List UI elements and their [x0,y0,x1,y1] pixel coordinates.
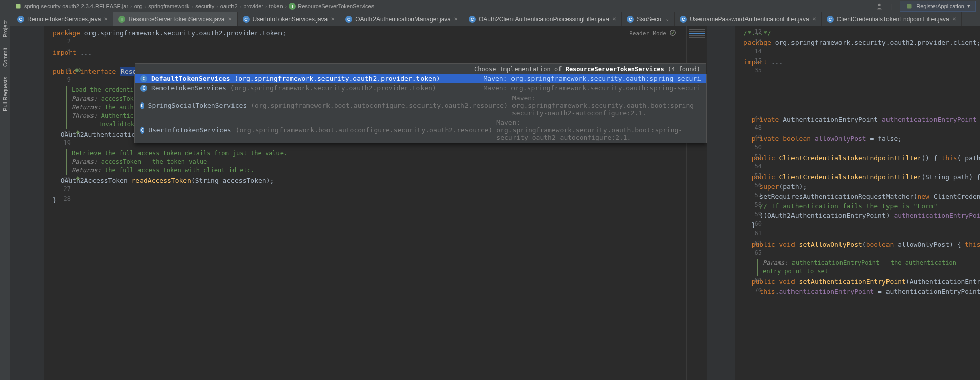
line-number: 65 [743,249,762,256]
impl-item-user-info-token-services[interactable]: C UserInfoTokenServices (org.springframe… [135,118,706,142]
line-number: 9 [53,76,71,83]
chevron-right-icon: › [240,3,242,9]
breadcrumb-part[interactable]: org [134,3,143,9]
breadcrumb-part[interactable]: security [195,3,214,9]
interface-icon: I [289,3,296,10]
line-number: 15 [743,57,762,64]
class-icon: C [627,16,634,23]
tab-label: OAuth2ClientAuthenticationProcessingFilt… [479,16,609,23]
override-gutter-icon[interactable] [75,130,86,137]
tab-bar: C RemoteTokenServices.java ✕ I ResourceS… [10,12,980,26]
line-number: 47 [743,115,762,122]
override-gutter-icon[interactable] [75,176,86,183]
editor-right[interactable]: 12 /*...*/ 13 package org.springframewor… [707,26,980,380]
chevron-right-icon: › [192,3,194,9]
close-icon[interactable]: ✕ [104,16,108,22]
tab-user-info-token-services[interactable]: C UserInfoTokenServices.java ✕ [238,12,341,26]
tool-project[interactable]: Project [1,15,9,42]
divider-icon: | [888,2,896,10]
run-config-icon [905,2,913,10]
tab-label: OAuth2AuthenticationManager.java [355,16,451,23]
tab-label: SsoSecu [637,16,661,23]
chevron-down-icon[interactable]: ⌄ [665,16,669,22]
close-icon[interactable]: ✕ [812,16,816,22]
interface-icon: I [118,16,125,23]
line-number: 35 [743,67,762,74]
close-icon[interactable]: ✕ [612,16,616,22]
jar-icon [14,2,22,10]
svg-point-1 [878,3,881,6]
tab-oauth2-auth-manager[interactable]: C OAuth2AuthenticationManager.java ✕ [340,12,463,26]
gutter-right [707,26,735,380]
close-icon[interactable]: ✕ [331,16,335,22]
breadcrumb-part[interactable]: token [269,3,283,9]
left-tool-strip: Project Commit Pull Requests [0,0,10,380]
line-number: 27 [53,185,71,193]
tab-oauth2-client-auth-filter[interactable]: C OAuth2ClientAuthenticationProcessingFi… [463,12,622,26]
tool-pull-requests[interactable]: Pull Requests [1,72,9,116]
tool-commit[interactable]: Commit [1,42,9,72]
top-right-actions: | RegisterApplication ▾ [875,1,976,12]
close-icon[interactable]: ✕ [228,16,232,22]
class-icon: C [345,16,352,23]
breadcrumb-part[interactable]: springframework [148,3,189,9]
line-number: 1 [53,28,71,35]
class-icon: C [243,16,250,23]
line-number: 2 [53,38,71,45]
svg-rect-0 [16,4,21,8]
class-icon: C [140,85,147,92]
line-number: 12 [743,28,762,35]
line-number: 14 [743,48,762,55]
chevron-down-icon: ▾ [967,3,970,9]
chevron-right-icon: › [145,3,147,9]
line-number: 61 [743,230,762,237]
run-config-button[interactable]: RegisterApplication ▾ [900,1,976,12]
breadcrumb: spring-security-oauth2-2.3.4.RELEASE.jar… [14,2,374,10]
impl-item-spring-social-token-services[interactable]: C SpringSocialTokenServices (org.springf… [135,93,706,118]
impl-item-default-token-services[interactable]: C DefaultTokenServices (org.springframew… [135,74,706,83]
line-number: 48 [743,124,762,131]
line-number: 26 [53,176,71,183]
line-number: 59 [743,211,762,218]
code-area-right[interactable]: 12 /*...*/ 13 package org.springframewor… [735,26,980,380]
tab-remote-token-services[interactable]: C RemoteTokenServices.java ✕ [12,12,113,26]
line-number: 18 [53,130,71,137]
close-icon[interactable]: ✕ [952,16,956,22]
line-number: 57 [743,192,762,199]
svg-point-4 [75,69,79,72]
chevron-right-icon: › [216,3,218,9]
class-icon: C [140,75,147,82]
tab-label: UserInfoTokenServices.java [253,16,328,23]
line-number: 56 [743,182,762,189]
line-number: 28 [53,195,71,202]
line-number: 8 [53,67,71,74]
line-number: 19 [53,139,71,147]
popup-title: Choose Implementation of ResourceServerT… [135,63,706,74]
tab-sso-security[interactable]: C SsoSecu ⌄ [622,12,675,26]
line-number: 51 [743,153,762,160]
tab-label: RemoteTokenServices.java [27,16,101,23]
tab-label: UsernamePasswordAuthenticationFilter.jav… [690,16,809,23]
breadcrumb-leaf[interactable]: I ResourceServerTokenServices [289,3,374,10]
class-icon: C [140,102,144,109]
tab-resource-server-token-services[interactable]: I ResourceServerTokenServices.java ✕ [113,12,237,26]
chevron-right-icon: › [265,3,267,9]
class-icon: C [469,16,476,23]
javadoc-block: Params: authenticationEntryPoint – the a… [757,259,974,276]
editor-left[interactable]: Reader Mode 1 package org.springframewor… [10,26,707,380]
gutter-left [10,26,44,380]
tab-username-password-filter[interactable]: C UsernamePasswordAuthenticationFilter.j… [675,12,821,26]
line-number: 3 [53,48,71,55]
tab-label: ResourceServerTokenServices.java [128,16,224,23]
line-number: 70 [743,287,762,294]
tab-client-credentials-filter[interactable]: C ClientCredentialsTokenEndpointFilter.j… [822,12,962,26]
breadcrumb-part[interactable]: provider [243,3,263,9]
impl-item-remote-token-services[interactable]: C RemoteTokenServices (org.springframewo… [135,83,706,93]
implementations-gutter-icon[interactable] [75,67,86,75]
breadcrumb-part[interactable]: oauth2 [220,3,238,9]
line-number: 49 [743,134,762,141]
user-menu-icon[interactable] [875,2,883,10]
breadcrumb-root[interactable]: spring-security-oauth2-2.3.4.RELEASE.jar [14,2,128,10]
close-icon[interactable]: ✕ [454,16,458,22]
line-number: 55 [743,172,762,179]
